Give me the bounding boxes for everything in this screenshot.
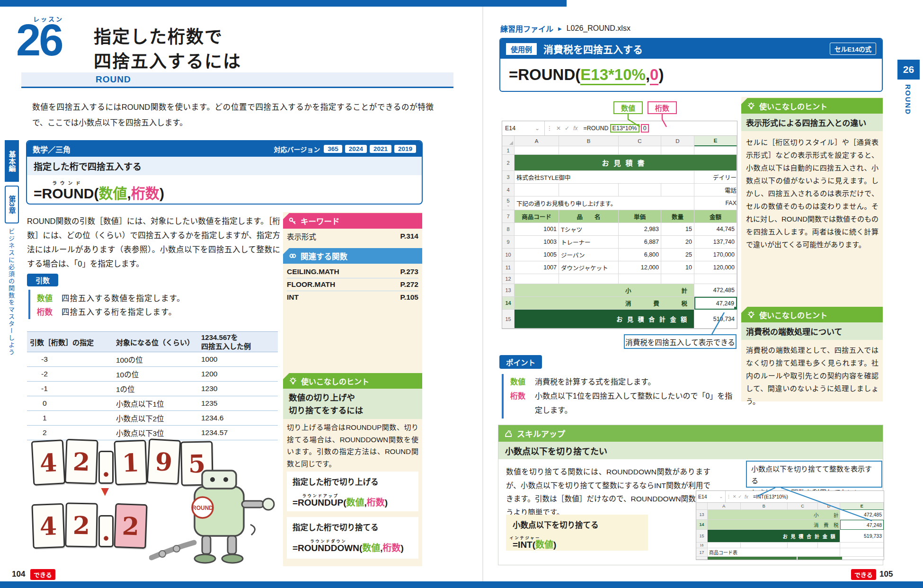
cell-supplier[interactable]: デイリー xyxy=(694,171,737,184)
row-header[interactable]: 3 xyxy=(502,171,515,184)
cell-greeting[interactable]: 下記の通りお見積もり申し上げます。 xyxy=(515,196,661,210)
excel-row[interactable]: 5⌄ 下記の通りお見積もり申し上げます。 FAX xyxy=(502,196,737,210)
cell-item-price[interactable]: 2,983 xyxy=(619,223,661,236)
row-header[interactable]: 7 xyxy=(502,210,515,223)
cell-item-qty[interactable]: 20 xyxy=(661,236,694,249)
column-header-b[interactable]: B xyxy=(559,136,619,146)
cancel-entry-icon[interactable]: ✕ xyxy=(733,494,737,499)
excel-row-item[interactable]: 9 1003 トレーナー 6,887 20 137,740 xyxy=(502,236,737,249)
column-header-c[interactable]: C xyxy=(788,503,818,510)
excel-row-subtotal[interactable]: 13 小計 472,485 xyxy=(502,284,737,297)
cell-item-name[interactable]: トレーナー xyxy=(559,236,619,249)
row-header[interactable]: 15 xyxy=(502,310,515,329)
cell-item-amount[interactable]: 44,745 xyxy=(694,223,737,236)
cell-tax-label[interactable]: 消 費 税 xyxy=(788,520,840,530)
row-header[interactable]: 15 xyxy=(696,530,708,543)
column-header-a[interactable]: A xyxy=(708,503,741,510)
mini-column-headers[interactable]: A B C D E xyxy=(696,503,884,510)
cell-subtotal-label[interactable]: 小計 xyxy=(619,284,694,297)
cell-item-code[interactable]: 1003 xyxy=(515,236,559,249)
excel-column-headers[interactable]: A B C D E xyxy=(502,136,737,146)
cell-tax-label[interactable]: 消費税 xyxy=(619,297,694,310)
row-header[interactable]: 5⌄ xyxy=(502,196,515,210)
practice-file-name[interactable]: L026_ROUND.xlsx xyxy=(567,24,630,33)
cell-item-name[interactable]: ダウンジャケット xyxy=(559,261,619,274)
row-header[interactable]: 14 xyxy=(696,520,708,530)
mini-row[interactable]: 16 xyxy=(696,543,884,548)
cell-tax-value-selected[interactable]: 47,248 xyxy=(840,520,884,530)
column-header-d[interactable]: D xyxy=(818,503,841,510)
related-function-item[interactable]: FLOOR.MATH P.272 xyxy=(287,278,418,291)
cell-phone[interactable]: 電話 xyxy=(694,184,737,196)
mini-row-code-table[interactable]: 17 商品コード表 xyxy=(696,548,884,557)
excel-name-box[interactable]: E14 ⌄ xyxy=(502,121,545,135)
cell-item-amount[interactable]: 170,000 xyxy=(694,249,737,261)
row-header[interactable]: 11 xyxy=(502,261,515,274)
cell-item-name[interactable]: Tシャツ xyxy=(559,223,619,236)
excel-row[interactable]: 12 xyxy=(502,274,737,284)
cell-item-qty[interactable]: 25 xyxy=(661,249,694,261)
mini-formula-bar[interactable]: E14 ⌄ ⋮ ✕ ✓ fx =INT(E13*10%) xyxy=(696,491,884,503)
sidebar-tab-chapter[interactable]: 第3章 xyxy=(5,186,19,223)
row-header[interactable]: 12 xyxy=(502,274,515,284)
cell-item-qty[interactable]: 15 xyxy=(661,223,694,236)
cell-subtotal-value[interactable]: 472,485 xyxy=(840,510,884,520)
excel-row-table-header[interactable]: 7 商品コード 品 名 単価 数量 金額 xyxy=(502,210,737,223)
cell-tax-value-selected[interactable]: 47,249 xyxy=(694,297,737,310)
excel-row[interactable]: 1 xyxy=(502,146,737,155)
mini-row-tax[interactable]: 14 消 費 税 47,248 xyxy=(696,520,884,530)
insert-function-icon[interactable]: fx xyxy=(745,494,748,499)
excel-row-item[interactable]: 8 1001 Tシャツ 2,983 15 44,745 xyxy=(502,223,737,236)
cell-total-value[interactable]: 519,734 xyxy=(694,310,737,329)
excel-row-tax[interactable]: 14 消費税 47,249 xyxy=(502,297,737,310)
mini-row-total[interactable]: 15 お 見 積 合 計 金 額 519,733 xyxy=(696,530,884,543)
cell-item-code[interactable]: 1005 xyxy=(515,249,559,261)
mini-row-subtotal[interactable]: 13 小 計 472,485 xyxy=(696,510,884,520)
excel-formula-bar[interactable]: E14 ⌄ ⋮ ✕ ✓ fx =ROUNDE13*10%0 xyxy=(502,121,737,136)
cell-item-qty[interactable]: 10 xyxy=(661,261,694,274)
formula-bar-content[interactable]: =ROUNDE13*10%0 xyxy=(583,125,648,132)
row-header[interactable]: 10 xyxy=(502,249,515,261)
cancel-entry-icon[interactable]: ✕ xyxy=(556,125,561,132)
confirm-entry-icon[interactable]: ✓ xyxy=(738,494,742,499)
column-header-a[interactable]: A xyxy=(515,136,559,146)
cell-header-price[interactable]: 単価 xyxy=(619,210,661,223)
select-all-corner[interactable] xyxy=(502,136,515,146)
excel-row-banner[interactable]: 2 お見積書 xyxy=(502,155,737,171)
name-box-dropdown-icon[interactable]: ⌄ xyxy=(535,125,540,132)
cell-header-code[interactable]: 商品コード xyxy=(515,210,559,223)
cell-total-label[interactable]: お 見 積 合 計 金 額 xyxy=(708,530,841,543)
cell-total-label[interactable]: お 見 積 合 計 金 額 xyxy=(515,310,694,329)
mini-name-box[interactable]: E14 ⌄ xyxy=(696,491,726,502)
cell-customer[interactable]: 株式会社STYLE御中 xyxy=(515,171,619,184)
cell-item-amount[interactable]: 120,000 xyxy=(694,261,737,274)
excel-row[interactable]: 3 株式会社STYLE御中 デイリー xyxy=(502,171,737,184)
cell-item-price[interactable]: 6,800 xyxy=(619,249,661,261)
row-header[interactable]: 13 xyxy=(502,284,515,297)
related-function-item[interactable]: INT P.105 xyxy=(287,291,418,303)
excel-row-total[interactable]: 15 お 見 積 合 計 金 額 519,734 xyxy=(502,310,737,329)
excel-row[interactable]: 4 電話 xyxy=(502,184,737,196)
row-header[interactable]: 8 xyxy=(502,223,515,236)
column-header-b[interactable]: B xyxy=(741,503,788,510)
row-header[interactable]: 16 xyxy=(696,543,708,548)
name-box-dropdown-icon[interactable]: ⌄ xyxy=(719,494,723,499)
mini-formula-text[interactable]: =INT(E13*10%) xyxy=(753,494,788,499)
cell-header-amount[interactable]: 金額 xyxy=(694,210,737,223)
excel-row-item[interactable]: 10 1005 ジーパン 6,800 25 170,000 xyxy=(502,249,737,261)
confirm-entry-icon[interactable]: ✓ xyxy=(565,125,569,132)
row-header[interactable]: 17 xyxy=(696,548,708,557)
cell-header-qty[interactable]: 数量 xyxy=(661,210,694,223)
cell-item-price[interactable]: 6,887 xyxy=(619,236,661,249)
cell-code-table-label[interactable]: 商品コード表 xyxy=(708,548,788,557)
cell-fax[interactable]: FAX xyxy=(694,196,737,210)
row-header[interactable]: 4 xyxy=(502,184,515,196)
column-header-e[interactable]: E xyxy=(694,136,737,146)
cell-item-name[interactable]: ジーパン xyxy=(559,249,619,261)
row-header[interactable]: 13 xyxy=(696,510,708,520)
column-header-c[interactable]: C xyxy=(619,136,661,146)
cell-header-name[interactable]: 品 名 xyxy=(559,210,619,223)
cell-total-value[interactable]: 519,733 xyxy=(840,530,884,543)
cell-subtotal-label[interactable]: 小 計 xyxy=(788,510,840,520)
fill-handle[interactable] xyxy=(734,306,737,310)
